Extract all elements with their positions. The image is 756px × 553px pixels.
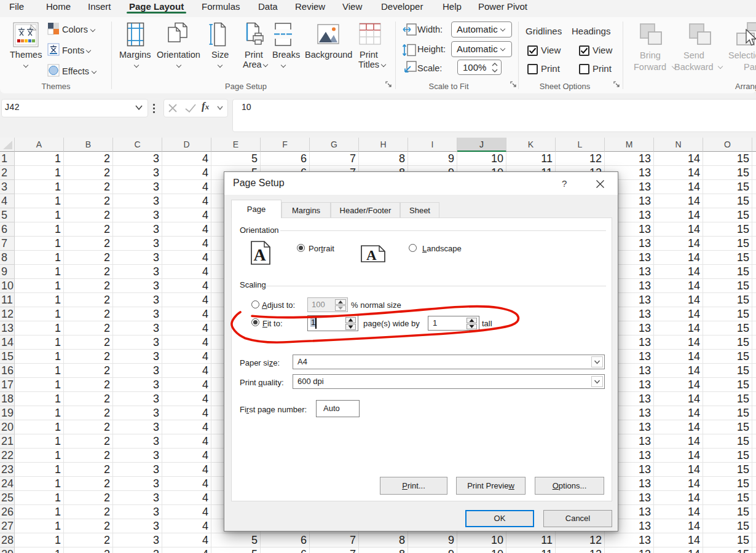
svg-text:A: A [254, 245, 267, 264]
svg-text:A: A [366, 248, 377, 262]
